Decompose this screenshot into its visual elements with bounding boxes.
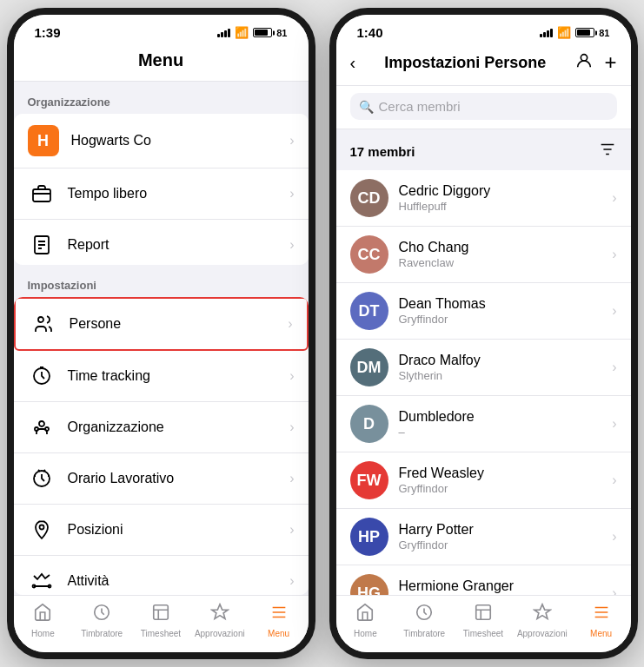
menu-item-time-tracking[interactable]: Time tracking › xyxy=(14,351,309,402)
tab-menu-left[interactable]: Menu xyxy=(249,603,309,638)
chevron-cho: › xyxy=(612,247,616,262)
avatar-cedric: CD xyxy=(350,179,388,217)
tab-home-right[interactable]: Home xyxy=(336,603,395,638)
avatar-dumble: D xyxy=(350,405,388,443)
member-item-harry[interactable]: HP Harry Potter Gryffindor › xyxy=(336,509,631,565)
svg-point-15 xyxy=(39,525,43,529)
tab-timbratore-right[interactable]: Timbratore xyxy=(395,603,454,638)
member-item-hermione[interactable]: HG Hermione Granger Gryffindor › xyxy=(336,565,631,595)
chevron-tempo-libero: › xyxy=(289,186,294,201)
menu-item-persone[interactable]: Persone › xyxy=(14,297,309,351)
search-icon: 🔍 xyxy=(359,100,374,114)
member-item-cho[interactable]: CC Cho Chang Ravenclaw › xyxy=(336,227,631,283)
menu-item-report[interactable]: Report › xyxy=(14,220,309,265)
member-item-fred[interactable]: FW Fred Weasley Gryffindor › xyxy=(336,452,631,509)
svg-point-26 xyxy=(581,54,588,60)
tab-home-left[interactable]: Home xyxy=(14,603,73,638)
menu-item-tempo-libero[interactable]: Tempo libero › xyxy=(14,168,309,220)
menu-item-attivita[interactable]: Attività › xyxy=(14,556,309,595)
org-settings-icon xyxy=(28,413,56,441)
home-icon-right xyxy=(355,603,375,626)
menu-label-orario-lavorativo: Orario Lavorativo xyxy=(68,471,290,486)
chevron-dumble: › xyxy=(612,416,616,432)
avatar-harry: HP xyxy=(350,518,388,556)
menu-label-hogwarts: Hogwarts Co xyxy=(71,133,290,149)
tab-menu-right[interactable]: Menu xyxy=(572,603,631,638)
menu-item-posizioni[interactable]: Posizioni › xyxy=(14,505,309,556)
tab-timesheet-left[interactable]: Timesheet xyxy=(131,603,190,638)
menu-item-organizzazione-settings[interactable]: Organizzazione › xyxy=(14,402,309,453)
member-sub-draco: Slytherin xyxy=(399,369,613,382)
search-input-wrap[interactable]: 🔍 Cerca membri xyxy=(350,93,617,120)
timesheet-icon-left xyxy=(151,603,170,626)
wifi-icon-right: 📶 xyxy=(557,26,571,39)
chevron-time-tracking: › xyxy=(289,368,294,384)
menu-item-orario-lavorativo[interactable]: Orario Lavorativo › xyxy=(14,453,309,505)
tab-bar-right: Home Timbratore Timesheet Approvazioni xyxy=(336,595,631,652)
member-sub-dean: Gryffindor xyxy=(399,313,613,326)
header-actions: + xyxy=(574,50,616,75)
chevron-hermione: › xyxy=(612,585,616,595)
search-placeholder: Cerca membri xyxy=(379,99,461,114)
tab-label-home-right: Home xyxy=(354,629,377,638)
tab-approvazioni-right[interactable]: Approvazioni xyxy=(513,603,572,638)
tab-label-timesheet-right: Timesheet xyxy=(463,629,503,638)
tab-approvazioni-left[interactable]: Approvazioni xyxy=(190,603,249,638)
menu-label-organizzazione-settings: Organizzazione xyxy=(68,419,290,435)
chevron-cedric: › xyxy=(612,190,616,206)
member-sub-cedric: Hufflepuff xyxy=(399,200,613,213)
chevron-persone: › xyxy=(288,316,292,332)
menu-list-org: H Hogwarts Co › Tempo libero xyxy=(14,114,309,265)
member-item-draco[interactable]: DM Draco Malfoy Slytherin › xyxy=(336,340,631,396)
back-button[interactable]: ‹ xyxy=(350,53,356,73)
member-info-dean: Dean Thomas Gryffindor xyxy=(399,296,613,326)
menu-label-posizioni: Posizioni xyxy=(68,522,290,538)
phone-left: 1:39 📶 81 Menu Organizzazio xyxy=(7,8,315,659)
member-item-dumble[interactable]: D Dumbledore – › xyxy=(336,396,631,452)
member-info-cedric: Cedric Diggory Hufflepuff xyxy=(399,183,613,213)
timesheet-icon-right xyxy=(474,603,493,626)
timbratore-icon-left xyxy=(92,603,111,626)
chevron-posizioni: › xyxy=(289,522,294,538)
members-count: 17 membri xyxy=(350,144,415,159)
member-name-harry: Harry Potter xyxy=(399,522,613,538)
report-icon xyxy=(28,231,56,259)
menu-icon-left xyxy=(269,603,289,626)
member-sub-dumble: – xyxy=(399,426,613,439)
chevron-hogwarts: › xyxy=(289,133,294,149)
member-name-draco: Draco Malfoy xyxy=(399,353,613,368)
tab-timbratore-left[interactable]: Timbratore xyxy=(72,603,131,638)
home-icon-left xyxy=(33,603,52,626)
avatar-cho: CC xyxy=(350,235,388,274)
timbratore-icon-right xyxy=(415,603,434,626)
page-title-left: Menu xyxy=(28,50,295,70)
tab-label-timbratore-left: Timbratore xyxy=(81,629,123,638)
phones-container: 1:39 📶 81 Menu Organizzazio xyxy=(7,8,638,659)
avatar-dean: DT xyxy=(350,292,388,330)
add-button[interactable]: + xyxy=(604,50,616,75)
menu-item-hogwarts[interactable]: H Hogwarts Co › xyxy=(14,114,309,168)
time-tracking-icon xyxy=(28,362,56,390)
chevron-dean: › xyxy=(612,303,616,319)
member-info-cho: Cho Chang Ravenclaw xyxy=(399,240,613,269)
member-item-cedric[interactable]: CD Cedric Diggory Hufflepuff › xyxy=(336,170,631,227)
battery-icon-right xyxy=(575,28,594,37)
svg-rect-0 xyxy=(33,189,50,201)
member-info-fred: Fred Weasley Gryffindor xyxy=(399,466,613,495)
orario-icon xyxy=(28,465,56,492)
member-info-harry: Harry Potter Gryffindor xyxy=(399,522,613,551)
filter-icon[interactable] xyxy=(598,140,617,163)
search-bar: 🔍 Cerca membri xyxy=(336,86,631,129)
signal-bars-left xyxy=(217,29,230,37)
menu-label-persone: Persone xyxy=(70,316,289,332)
avatar-draco: DM xyxy=(350,348,388,386)
chevron-draco: › xyxy=(612,360,616,375)
people-icon xyxy=(30,310,57,338)
tab-label-timbratore-right: Timbratore xyxy=(403,629,445,638)
tab-timesheet-right[interactable]: Timesheet xyxy=(454,603,513,638)
member-item-dean[interactable]: DT Dean Thomas Gryffindor › xyxy=(336,283,631,340)
chevron-attivita: › xyxy=(289,573,294,589)
section-label-org: Organizzazione xyxy=(14,82,309,114)
profile-icon[interactable] xyxy=(574,51,594,75)
svg-point-9 xyxy=(39,421,44,426)
